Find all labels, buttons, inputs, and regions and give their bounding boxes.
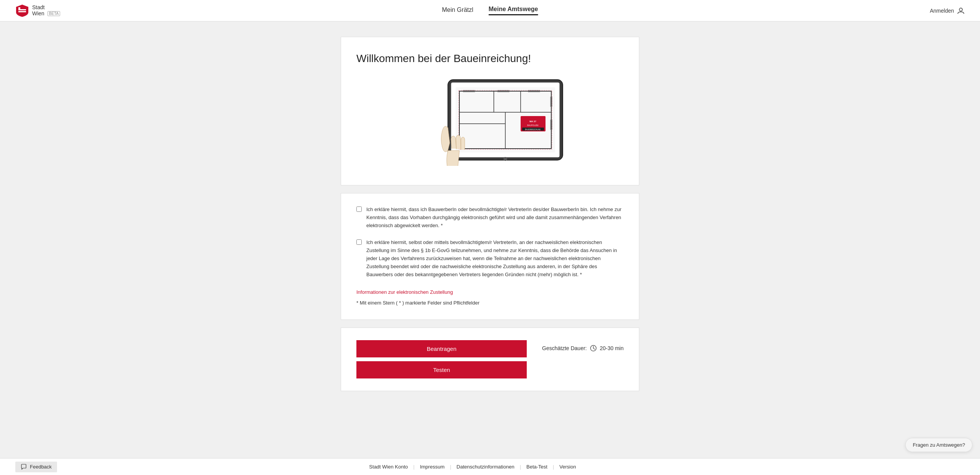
main-nav: Mein Grätzl Meine Amtswege bbox=[442, 6, 538, 15]
consent-card: Ich erkläre hiermit, dass ich BauwerberI… bbox=[341, 193, 639, 320]
footer-link-version[interactable]: Version bbox=[554, 464, 581, 470]
svg-point-6 bbox=[503, 157, 507, 161]
duration-info: Geschätzte Dauer: 20-30 min bbox=[542, 340, 624, 352]
footer-links: Stadt Wien Konto | Impressum | Datenschu… bbox=[364, 464, 581, 470]
consent-text-1: Ich erkläre hiermit, dass ich BauwerberI… bbox=[366, 206, 624, 229]
chat-icon bbox=[21, 464, 27, 470]
logo: Stadt Wien BETA bbox=[15, 4, 60, 18]
tablet-illustration: MA 37 BAUPOLIZEI BAUEINREICHUNG bbox=[356, 74, 624, 166]
stadt-wien-logo bbox=[15, 4, 29, 18]
content-area: Willkommen bei der Baueinreichung! bbox=[341, 37, 639, 443]
feedback-button[interactable]: Feedback bbox=[15, 462, 57, 472]
logo-wien: Wien BETA bbox=[32, 11, 60, 16]
footer-link-datenschutz[interactable]: Datenschutzinformationen bbox=[451, 464, 520, 470]
info-section: Informationen zur elektronischen Zustell… bbox=[356, 288, 624, 307]
info-note: * Mit einem Stern ( * ) markierte Felder… bbox=[356, 300, 480, 306]
logo-text: Stadt Wien BETA bbox=[32, 5, 60, 16]
svg-text:BAUEINREICHUNG: BAUEINREICHUNG bbox=[525, 129, 541, 131]
action-card: Beantragen Testen Geschätzte Dauer: 20-3… bbox=[341, 328, 639, 391]
login-area[interactable]: Anmelden bbox=[930, 7, 965, 15]
nav-mein-graetzl[interactable]: Mein Grätzl bbox=[442, 7, 473, 15]
svg-rect-1 bbox=[18, 11, 26, 12]
logo-stadt: Stadt bbox=[32, 5, 60, 10]
consent-checkbox-1[interactable] bbox=[356, 206, 362, 212]
svg-rect-2 bbox=[18, 7, 20, 10]
chat-bubble-amtswege[interactable]: Fragen zu Amtswegen? bbox=[905, 438, 972, 452]
consent-item-1: Ich erkläre hiermit, dass ich BauwerberI… bbox=[356, 206, 624, 229]
user-icon bbox=[957, 7, 965, 15]
feedback-label: Feedback bbox=[30, 464, 52, 470]
footer-link-impressum[interactable]: Impressum bbox=[415, 464, 450, 470]
main-content: Willkommen bei der Baueinreichung! bbox=[0, 21, 980, 458]
header: Stadt Wien BETA Mein Grätzl Meine Amtswe… bbox=[0, 0, 980, 21]
svg-line-27 bbox=[593, 348, 595, 349]
nav-meine-amtswege[interactable]: Meine Amtswege bbox=[488, 6, 538, 15]
buttons-column: Beantragen Testen bbox=[356, 340, 527, 378]
clock-icon bbox=[590, 345, 597, 352]
consent-item-2: Ich erkläre hiermit, selbst oder mittels… bbox=[356, 239, 624, 278]
beta-badge: BETA bbox=[47, 11, 60, 16]
testen-button[interactable]: Testen bbox=[356, 361, 527, 378]
duration-label: Geschätzte Dauer: bbox=[542, 345, 587, 351]
info-link-zustellung[interactable]: Informationen zur elektronischen Zustell… bbox=[356, 288, 624, 296]
welcome-title: Willkommen bei der Baueinreichung! bbox=[356, 52, 531, 65]
chat-bubble-label: Fragen zu Amtswegen? bbox=[913, 442, 965, 448]
footer: Feedback Stadt Wien Konto | Impressum | … bbox=[0, 458, 980, 475]
svg-text:BAUPOLIZEI: BAUPOLIZEI bbox=[527, 124, 538, 126]
tablet-svg: MA 37 BAUPOLIZEI BAUEINREICHUNG bbox=[410, 74, 570, 166]
welcome-card: Willkommen bei der Baueinreichung! bbox=[341, 37, 639, 185]
duration-value: 20-30 min bbox=[600, 345, 624, 351]
svg-point-3 bbox=[959, 8, 962, 11]
consent-text-2: Ich erkläre hiermit, selbst oder mittels… bbox=[366, 239, 624, 278]
footer-link-konto[interactable]: Stadt Wien Konto bbox=[364, 464, 413, 470]
footer-link-betatest[interactable]: Beta-Test bbox=[521, 464, 553, 470]
beantragen-button[interactable]: Beantragen bbox=[356, 340, 527, 357]
login-label: Anmelden bbox=[930, 8, 954, 14]
svg-text:MA 37: MA 37 bbox=[529, 120, 536, 123]
consent-checkbox-2[interactable] bbox=[356, 239, 362, 245]
